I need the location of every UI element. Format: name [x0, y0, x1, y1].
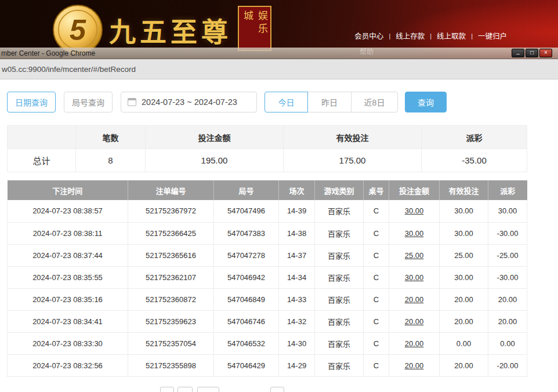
payout-cell: 20.00	[488, 310, 527, 332]
browser-titlebar[interactable]: mber Center - Google Chrome _ □ ×	[0, 48, 558, 59]
nav-one-key-transfer[interactable]: 一键归户	[478, 30, 507, 41]
pagination-page-button[interactable]	[177, 387, 193, 392]
table-no-cell: C	[364, 244, 389, 266]
summary-total-row: 总计 8 195.00 175.00 -35.00	[8, 149, 527, 172]
payout-cell: 20.00	[488, 288, 527, 310]
session-cell: 14-37	[279, 244, 315, 266]
payout-cell: 0.00	[488, 332, 527, 354]
bet-amount-link[interactable]: 30.00	[389, 266, 440, 288]
session-cell: 14-32	[279, 310, 315, 332]
order-no-cell: 521752366425	[128, 222, 214, 244]
search-button[interactable]: 查询	[405, 92, 447, 112]
bet-amount-link[interactable]: 20.00	[389, 332, 440, 354]
session-cell: 14-39	[279, 200, 315, 222]
pagination-prev-button[interactable]	[160, 387, 174, 392]
browser-urlbar[interactable]: w05.cc:9900/infe/mcenter/#/betRecord	[0, 59, 558, 79]
bet-time-cell: 2024-07-23 08:38:11	[8, 222, 128, 244]
order-no-cell: 521752359623	[128, 310, 214, 332]
summary-payout: -35.00	[422, 149, 527, 172]
header-bet-time: 下注时间	[8, 180, 128, 200]
table-row: 2024-07-23 08:38:57 521752367972 5470474…	[8, 200, 527, 222]
bet-amount-link[interactable]: 20.00	[389, 288, 440, 310]
round-no-cell: 547047278	[214, 244, 279, 266]
nav-separator: |	[430, 32, 432, 39]
nav-member-center[interactable]: 会员中心	[354, 30, 383, 41]
header-session: 场次	[279, 180, 315, 200]
bet-amount-link[interactable]: 25.00	[389, 244, 440, 266]
date-range-value: 2024-07-23 ~ 2024-07-23	[142, 97, 237, 107]
bet-amount-link[interactable]: 30.00	[389, 200, 440, 222]
table-no-cell: C	[364, 222, 389, 244]
last-8-days-button[interactable]: 近8日	[351, 92, 398, 112]
table-row: 2024-07-23 08:32:56 521752355898 5470464…	[8, 354, 527, 376]
game-type-cell: 百家乐	[315, 332, 364, 354]
bet-time-cell: 2024-07-23 08:32:56	[8, 354, 128, 376]
game-type-cell: 百家乐	[315, 266, 364, 288]
round-no-cell: 547046746	[214, 310, 279, 332]
header-bet-amount: 投注金额	[389, 180, 440, 200]
today-button[interactable]: 今日	[264, 92, 308, 112]
payout-cell: -25.00	[488, 244, 527, 266]
summary-header-valid-bet: 有效投注	[284, 126, 422, 149]
valid-bet-cell: 25.00	[440, 244, 488, 266]
header-table-no: 桌号	[364, 180, 389, 200]
bet-amount-link[interactable]: 20.00	[389, 310, 440, 332]
date-range-picker[interactable]: 2024-07-23 ~ 2024-07-23	[121, 92, 257, 112]
valid-bet-cell: 20.00	[440, 288, 488, 310]
game-type-cell: 百家乐	[315, 310, 364, 332]
table-no-cell: C	[364, 288, 389, 310]
header-order-no: 注单编号	[128, 180, 214, 200]
summary-count: 8	[76, 149, 146, 172]
table-no-cell: C	[364, 200, 389, 222]
order-no-cell: 521752365616	[128, 244, 214, 266]
round-no-cell: 547046942	[214, 266, 279, 288]
close-button[interactable]: ×	[539, 49, 552, 57]
summary-valid-bet: 175.00	[284, 149, 422, 172]
order-no-cell: 521752360872	[128, 288, 214, 310]
summary-bet-amount: 195.00	[146, 149, 284, 172]
bet-time-cell: 2024-07-23 08:33:30	[8, 332, 128, 354]
bet-amount-link[interactable]: 20.00	[389, 354, 440, 376]
session-cell: 14-29	[279, 354, 315, 376]
header-round-no: 局号	[214, 180, 279, 200]
top-nav: 会员中心 | 线上存款 | 线上取款 | 一键归户	[354, 30, 507, 41]
table-row: 2024-07-23 08:37:44 521752365616 5470472…	[8, 244, 527, 266]
nav-online-deposit[interactable]: 线上存款	[396, 30, 425, 41]
minimize-button[interactable]: _	[512, 49, 524, 57]
summary-header-row: 笔数 投注金额 有效投注 派彩	[8, 126, 527, 149]
valid-bet-cell: 30.00	[440, 266, 488, 288]
order-no-cell: 521752355898	[128, 354, 214, 376]
table-row: 2024-07-23 08:35:16 521752360872 5470468…	[8, 288, 527, 310]
bet-time-cell: 2024-07-23 08:35:16	[8, 288, 128, 310]
game-type-cell: 百家乐	[315, 354, 364, 376]
game-type-cell: 百家乐	[315, 222, 364, 244]
summary-header-count: 笔数	[76, 126, 146, 149]
site-title: 九五至尊	[109, 10, 232, 49]
pagination-next-button[interactable]	[197, 387, 219, 392]
nav-online-withdraw[interactable]: 线上取款	[437, 30, 466, 41]
session-cell: 14-33	[279, 288, 315, 310]
filter-bar: 日期查询 局号查询 2024-07-23 ~ 2024-07-23 今日 昨日 …	[7, 92, 447, 112]
bet-time-cell: 2024-07-23 08:38:57	[8, 200, 128, 222]
table-row: 2024-07-23 08:35:55 521752362107 5470469…	[8, 266, 527, 288]
window-controls: _ □ ×	[512, 49, 552, 57]
maximize-button[interactable]: □	[526, 49, 538, 57]
payout-cell: -30.00	[488, 266, 527, 288]
round-query-tab[interactable]: 局号查询	[64, 92, 113, 112]
game-type-cell: 百家乐	[315, 288, 364, 310]
date-query-tab[interactable]: 日期查询	[7, 92, 56, 112]
calendar-icon	[128, 98, 136, 106]
pagination-jump-button[interactable]	[270, 387, 284, 392]
round-no-cell: 547046429	[214, 354, 279, 376]
yesterday-button[interactable]: 昨日	[307, 92, 352, 112]
table-no-cell: C	[364, 354, 389, 376]
header-game-type: 游戏类别	[315, 180, 364, 200]
round-no-cell: 547047383	[214, 222, 279, 244]
round-no-cell: 547046532	[214, 332, 279, 354]
bet-record-page: 日期查询 局号查询 2024-07-23 ~ 2024-07-23 今日 昨日 …	[0, 79, 558, 392]
session-cell: 14-34	[279, 266, 315, 288]
summary-table: 笔数 投注金额 有效投注 派彩 总计 8 195.00 175.00 -35.0…	[7, 125, 527, 172]
bet-amount-link[interactable]: 30.00	[389, 222, 440, 244]
valid-bet-cell: 30.00	[440, 200, 488, 222]
url-text[interactable]: w05.cc:9900/infe/mcenter/#/betRecord	[2, 65, 136, 74]
